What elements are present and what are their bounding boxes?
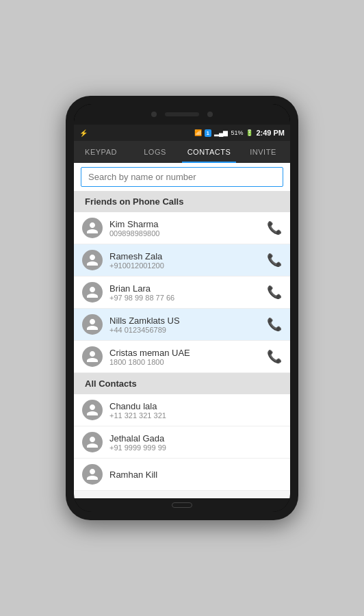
call-button[interactable]: 📞 [267,253,282,268]
avatar [82,432,103,452]
contact-number: +11 321 321 321 [109,411,282,420]
contact-info: Brian Lara +97 98 99 88 77 66 [109,283,267,302]
status-left: ⚡ [79,129,88,137]
search-input[interactable] [81,167,283,187]
contact-info: Cristas meman UAE 1800 1800 1800 [109,348,267,366]
avatar [82,346,103,367]
contact-number: +91 9999 999 99 [109,444,282,452]
battery-text: 51% [231,129,243,136]
contact-info: Nills Zamklats US +44 0123456789 [109,316,267,334]
tab-contacts[interactable]: CONTACTS [182,141,236,163]
status-bar: ⚡ 📶 1 ▂▄▆ 51% 🔋 2:49 PM [74,125,290,141]
call-button[interactable]: 📞 [267,317,282,332]
call-button[interactable]: 📞 [267,285,282,300]
all-contact-item-2[interactable]: Jethalal Gada +91 9999 999 99 [74,426,290,459]
phone-top-hardware [74,104,290,125]
usb-icon: ⚡ [79,129,88,137]
friend-item-5[interactable]: Cristas meman UAE 1800 1800 1800 📞 [74,341,290,373]
contact-number: 009898989800 [109,229,267,238]
contact-info: Kim Sharma 009898989800 [109,219,267,238]
signal-icon: ▂▄▆ [214,129,228,136]
avatar [82,464,103,485]
avatar [82,282,103,303]
contact-number: +97 98 99 88 77 66 [109,294,267,302]
content-area: Friends on Phone Calls Kim Sharma 009898… [74,191,290,498]
contact-number: 1800 1800 1800 [109,358,267,366]
tab-keypad[interactable]: KEYPAD [74,141,128,163]
friends-section-header: Friends on Phone Calls [74,191,290,212]
contact-info: Chandu lala +11 321 321 321 [109,401,282,420]
contact-name: Cristas meman UAE [109,348,267,358]
contact-name: Ramesh Zala [109,251,267,261]
avatar [82,400,103,420]
contact-name: Ramhan Kill [109,470,282,480]
all-contacts-section-header: All Contacts [74,373,290,394]
camera [151,112,157,117]
contact-name: Nills Zamklats US [109,316,267,326]
avatar [82,250,103,270]
avatar [82,218,103,238]
phone-frame: ⚡ 📶 1 ▂▄▆ 51% 🔋 2:49 PM KEYPAD LOGS CONT… [66,96,298,520]
contact-name: Chandu lala [109,401,282,411]
friend-item-2[interactable]: Ramesh Zala +910012001200 📞 [74,244,290,277]
contact-name: Jethalal Gada [109,433,282,444]
contact-name: Kim Sharma [109,219,267,229]
friend-item-4[interactable]: Nills Zamklats US +44 0123456789 📞 [74,309,290,341]
avatar [82,314,103,335]
notification-badge: 1 [205,129,211,137]
friend-item-1[interactable]: Kim Sharma 009898989800 📞 [74,212,290,244]
contact-number: +910012001200 [109,261,267,270]
contact-name: Brian Lara [109,283,267,294]
contact-info: Ramhan Kill [109,470,282,480]
all-contact-item-1[interactable]: Chandu lala +11 321 321 321 [74,394,290,426]
tab-logs[interactable]: LOGS [128,141,182,163]
call-button[interactable]: 📞 [267,220,282,235]
call-button[interactable]: 📞 [267,349,282,364]
friend-item-3[interactable]: Brian Lara +97 98 99 88 77 66 📞 [74,277,290,309]
app-tabs: KEYPAD LOGS CONTACTS INVITE [74,141,290,163]
phone-bottom-hardware [74,498,290,512]
all-contact-item-3[interactable]: Ramhan Kill [74,459,290,491]
tab-invite[interactable]: INVITE [236,141,290,163]
contact-info: Ramesh Zala +910012001200 [109,251,267,270]
search-bar-container [74,163,290,191]
speaker [165,112,199,116]
contact-info: Jethalal Gada +91 9999 999 99 [109,433,282,452]
sensor [207,112,213,117]
phone-screen: ⚡ 📶 1 ▂▄▆ 51% 🔋 2:49 PM KEYPAD LOGS CONT… [74,104,290,512]
battery-icon: 🔋 [246,129,253,136]
status-right: 📶 1 ▂▄▆ 51% 🔋 2:49 PM [194,129,285,137]
time-display: 2:49 PM [256,129,285,137]
wifi-icon: 📶 [194,129,202,136]
home-button[interactable] [172,502,192,508]
contact-number: +44 0123456789 [109,326,267,334]
